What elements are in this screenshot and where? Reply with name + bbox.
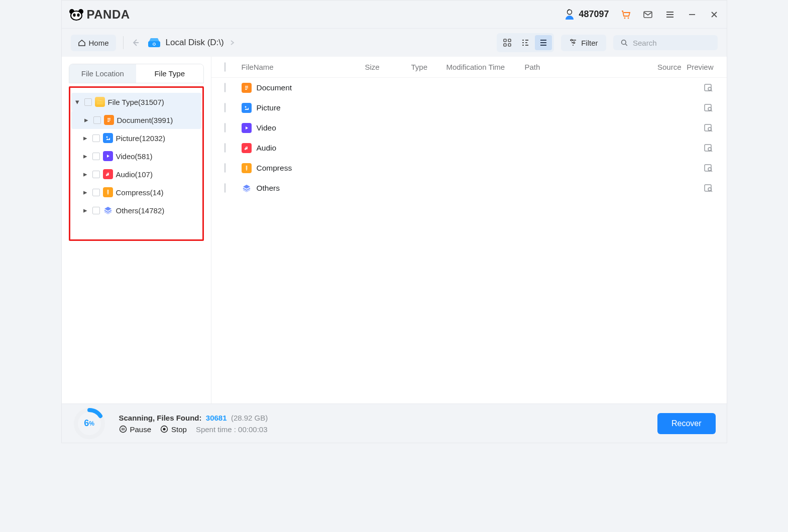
col-size[interactable]: Size bbox=[365, 63, 411, 71]
tree-node-label: Picture(12032) bbox=[116, 134, 165, 143]
tree-node-doc[interactable]: ▸Document(3991) bbox=[71, 111, 201, 129]
tab-file-location[interactable]: File Location bbox=[69, 64, 137, 83]
checkbox[interactable] bbox=[92, 207, 100, 214]
progress-percent: 6 bbox=[84, 418, 89, 429]
pic-icon bbox=[103, 133, 113, 143]
breadcrumb-location[interactable]: Local Disk (D:\) bbox=[148, 37, 235, 48]
checkbox[interactable] bbox=[92, 171, 100, 178]
row-filename: Audio bbox=[257, 144, 277, 153]
row-checkbox[interactable] bbox=[224, 83, 226, 92]
svg-rect-14 bbox=[508, 44, 511, 46]
panda-icon bbox=[69, 9, 84, 21]
filter-button[interactable]: Filter bbox=[561, 35, 606, 51]
col-filename[interactable]: FileName bbox=[242, 63, 365, 71]
menu-icon[interactable] bbox=[664, 9, 676, 20]
search-box[interactable] bbox=[613, 35, 718, 50]
title-bar: PANDA 487097 bbox=[62, 1, 727, 29]
table-header: FileName Size Type Modification Time Pat… bbox=[211, 57, 727, 78]
preview-button[interactable] bbox=[704, 123, 714, 133]
checkbox[interactable] bbox=[92, 189, 100, 196]
table-row[interactable]: Document bbox=[211, 78, 727, 98]
divider bbox=[123, 36, 124, 49]
tree-node-comp[interactable]: ▸Compress(14) bbox=[70, 183, 202, 201]
file-type-tree: ▾ File Type(31507) ▸Document(3991)▸Pictu… bbox=[69, 86, 204, 241]
row-checkbox[interactable] bbox=[224, 103, 226, 112]
tree-node-label: Audio(107) bbox=[116, 170, 153, 179]
stop-button[interactable]: Stop bbox=[160, 425, 187, 434]
caret-right-icon: ▸ bbox=[83, 206, 89, 215]
status-text-block: Scanning, Files Found: 30681 (28.92 GB) … bbox=[119, 414, 268, 434]
checkbox[interactable] bbox=[92, 153, 100, 160]
row-filename: Document bbox=[257, 83, 292, 92]
svg-point-7 bbox=[627, 17, 629, 19]
detail-view-button[interactable] bbox=[517, 35, 534, 50]
tree-node-aud[interactable]: ▸Audio(107) bbox=[70, 165, 202, 183]
tab-file-type[interactable]: File Type bbox=[136, 64, 203, 83]
tree-node-vid[interactable]: ▸Video(581) bbox=[70, 147, 202, 165]
checkbox[interactable] bbox=[93, 116, 101, 124]
col-preview[interactable]: Preview bbox=[682, 63, 714, 71]
close-button[interactable] bbox=[709, 9, 720, 20]
user-icon bbox=[565, 9, 575, 20]
select-all-checkbox[interactable] bbox=[224, 62, 226, 72]
home-button[interactable]: Home bbox=[71, 35, 116, 51]
preview-button[interactable] bbox=[704, 183, 714, 193]
caret-right-icon: ▸ bbox=[83, 134, 89, 143]
tree-node-oth[interactable]: ▸Others(14782) bbox=[70, 201, 202, 219]
table-row[interactable]: Compress bbox=[211, 158, 727, 178]
svg-point-3 bbox=[73, 13, 75, 16]
table-row[interactable]: Others bbox=[211, 178, 727, 198]
list-view-button[interactable] bbox=[535, 35, 552, 50]
row-checkbox[interactable] bbox=[224, 163, 226, 173]
user-count[interactable]: 487097 bbox=[565, 9, 609, 20]
table-row[interactable]: Picture bbox=[211, 98, 727, 118]
col-modification[interactable]: Modification Time bbox=[446, 63, 525, 71]
row-checkbox[interactable] bbox=[224, 123, 226, 132]
mail-icon[interactable] bbox=[642, 9, 653, 20]
svg-point-2 bbox=[71, 11, 82, 20]
disk-icon bbox=[148, 37, 161, 48]
row-filename: Video bbox=[257, 123, 276, 132]
col-path[interactable]: Path bbox=[525, 63, 641, 71]
checkbox[interactable] bbox=[92, 135, 100, 142]
tree-node-label: Compress(14) bbox=[116, 188, 164, 197]
preview-button[interactable] bbox=[704, 83, 714, 93]
pause-label: Pause bbox=[130, 425, 152, 434]
comp-icon bbox=[103, 187, 113, 197]
status-bar: 6% Scanning, Files Found: 30681 (28.92 G… bbox=[62, 404, 727, 443]
svg-rect-13 bbox=[504, 44, 506, 46]
checkbox[interactable] bbox=[84, 98, 92, 106]
toolbar: Home Local Disk (D:\) Filter bbox=[62, 29, 727, 57]
row-checkbox[interactable] bbox=[224, 143, 226, 153]
recover-button[interactable]: Recover bbox=[657, 413, 716, 434]
doc-icon bbox=[242, 83, 252, 93]
sidebar: File Location File Type ▾ File Type(3150… bbox=[62, 57, 211, 404]
grid-view-button[interactable] bbox=[499, 35, 516, 50]
table-row[interactable]: Audio bbox=[211, 138, 727, 158]
tree-root-file-type[interactable]: ▾ File Type(31507) bbox=[71, 93, 201, 111]
col-type[interactable]: Type bbox=[411, 63, 446, 71]
back-button[interactable] bbox=[131, 38, 141, 48]
filter-label: Filter bbox=[581, 39, 598, 47]
row-filename: Picture bbox=[257, 103, 281, 112]
preview-button[interactable] bbox=[704, 103, 714, 113]
main-area: File Location File Type ▾ File Type(3150… bbox=[62, 57, 727, 404]
minimize-button[interactable] bbox=[687, 9, 698, 20]
pause-button[interactable]: Pause bbox=[119, 425, 152, 434]
svg-rect-27 bbox=[243, 104, 250, 111]
search-icon bbox=[620, 38, 628, 47]
tree-node-label: Others(14782) bbox=[116, 206, 165, 215]
view-switcher bbox=[497, 33, 554, 52]
preview-button[interactable] bbox=[704, 163, 714, 173]
status-label: Scanning, Files Found: bbox=[119, 414, 202, 422]
row-filename: Compress bbox=[257, 164, 292, 173]
cart-icon[interactable] bbox=[620, 9, 631, 20]
home-icon bbox=[78, 39, 86, 47]
preview-button[interactable] bbox=[704, 143, 714, 153]
tree-node-pic[interactable]: ▸Picture(12032) bbox=[70, 129, 202, 147]
search-input[interactable] bbox=[633, 39, 711, 47]
col-source[interactable]: Source bbox=[641, 63, 682, 71]
table-row[interactable]: Video bbox=[211, 118, 727, 138]
app-logo: PANDA bbox=[69, 8, 130, 22]
row-checkbox[interactable] bbox=[224, 183, 226, 193]
